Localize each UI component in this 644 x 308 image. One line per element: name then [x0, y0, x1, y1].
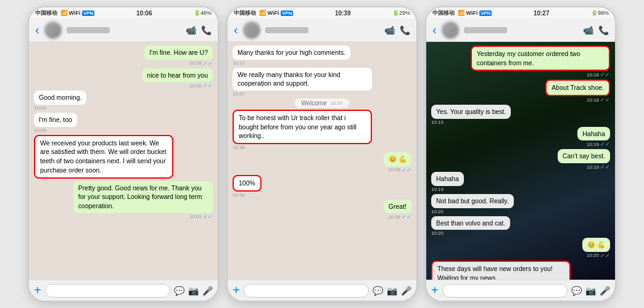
phone-call-icon[interactable]: 📞: [400, 25, 410, 35]
carrier-time: 中国移动 📶 WiFi VPN: [234, 9, 293, 17]
message-row: Many thanks for your high comments.10:37: [233, 46, 350, 66]
time-text: 10:20: [431, 230, 444, 236]
tick-marks: ✓✓: [600, 71, 610, 78]
plus-button[interactable]: +: [233, 283, 240, 298]
message-bubble-4: Can't say best.: [558, 149, 610, 163]
chat-body: I'm fine. How are U?09:58✓✓nice to hear …: [29, 42, 218, 280]
message-input[interactable]: [45, 284, 170, 298]
message-text: Hahaha: [436, 175, 459, 182]
tick-marks: ✓✓: [203, 83, 213, 89]
message-text: I'm fine. How are U?: [149, 49, 208, 56]
message-text: 😊 💪: [587, 241, 605, 248]
status-bar: 中国移动 📶 WiFi VPN 10:27 🔋96%: [426, 7, 615, 18]
message-time: 10:20: [431, 230, 444, 236]
back-button[interactable]: ‹: [35, 23, 39, 37]
message-row: These days will have new orders to you! …: [431, 261, 571, 280]
message-row: Yes. Your quality is best.10:19: [431, 105, 511, 125]
sticker-icon[interactable]: 💬: [571, 286, 582, 296]
message-bubble-9: These days will have new orders to you! …: [431, 261, 571, 280]
chat-footer: + 💬 📷 🎤: [426, 280, 615, 301]
message-row: We really many thanks for your kind coop…: [233, 68, 372, 97]
message-input[interactable]: [442, 284, 568, 298]
message-time: 10:37: [233, 60, 245, 66]
message-time: 10:19: [431, 187, 444, 192]
microphone-icon[interactable]: 🎤: [600, 286, 610, 296]
message-row: We received your products last week. We …: [34, 135, 173, 179]
time-text: 10:37: [233, 60, 245, 66]
message-row: Best than volvo and cat.10:20: [431, 216, 510, 237]
video-call-icon[interactable]: 📹: [583, 25, 593, 35]
back-button[interactable]: ‹: [234, 23, 238, 37]
message-bubble-3: To be honest with Ur track roller that i…: [233, 110, 372, 144]
camera-icon[interactable]: 📷: [387, 286, 397, 296]
center-message: Welcome10:37: [295, 99, 349, 108]
message-text: 100%: [239, 179, 255, 187]
message-row: Can't say best.10:19✓✓: [558, 149, 610, 170]
message-bubble-7: Best than volvo and cat.: [431, 216, 510, 230]
message-bubble-6: Not bad but good. Really.: [431, 194, 514, 208]
contact-name-area: [67, 27, 181, 33]
video-call-icon[interactable]: 📹: [384, 25, 395, 35]
message-row: Great!10:38✓✓: [384, 200, 411, 221]
message-time: 10:38✓✓: [388, 167, 411, 173]
carrier-time: 中国移动 📶 WiFi VPN: [432, 9, 492, 17]
time-text: 10:38: [388, 167, 400, 172]
message-bubble-8: 😊 💪: [582, 238, 610, 252]
tick-marks: ✓✓: [600, 164, 610, 170]
time-text: 10:19: [587, 164, 599, 170]
video-call-icon[interactable]: 📹: [186, 25, 196, 35]
phone-call-icon[interactable]: 📞: [598, 25, 609, 35]
sticker-icon[interactable]: 💬: [174, 286, 184, 296]
message-row: Good morning.10:00: [34, 91, 86, 111]
chat-header: ‹ 📹 📞: [228, 18, 416, 42]
plus-button[interactable]: +: [431, 283, 439, 298]
sticker-icon[interactable]: 💬: [373, 286, 383, 296]
message-time: 10:20✓✓: [587, 253, 610, 259]
message-row: 100%10:38: [233, 175, 262, 198]
back-button[interactable]: ‹: [432, 23, 437, 37]
avatar: [243, 22, 260, 39]
microphone-icon[interactable]: 🎤: [202, 286, 213, 296]
microphone-icon[interactable]: 🎤: [401, 286, 411, 296]
message-row: Hahaha10:19✓✓: [577, 127, 610, 148]
chat-body: Yesterday my customer ordered two contai…: [426, 42, 615, 280]
time-text: 10:38: [233, 145, 245, 150]
phone-3: 中国移动 📶 WiFi VPN 10:27 🔋96% ‹ 📹 📞 Yesterd…: [425, 6, 616, 302]
time-text: 10:38: [233, 192, 245, 198]
chat-footer: + 💬 📷 🎤: [29, 280, 218, 301]
time-text: 10:19: [587, 142, 599, 147]
message-row: Hahaha10:19: [431, 172, 464, 192]
message-bubble-2: Good morning.: [34, 91, 86, 105]
message-time: 10:18✓✓: [587, 71, 610, 78]
tick-marks: ✓✓: [203, 214, 213, 220]
message-text: Welcome: [301, 100, 327, 107]
time-text: 10:19: [431, 187, 444, 192]
camera-icon[interactable]: 📷: [188, 286, 199, 296]
camera-icon[interactable]: 📷: [585, 286, 596, 296]
message-time: 10:20: [431, 209, 444, 214]
message-time: 10:01✓✓: [189, 214, 213, 220]
tick-marks: ✓✓: [402, 214, 411, 220]
message-text: Hahaha: [582, 130, 605, 137]
phone-call-icon[interactable]: 📞: [201, 25, 212, 35]
plus-button[interactable]: +: [34, 283, 41, 298]
battery: 🔋96%: [591, 10, 609, 16]
status-time: 10:27: [534, 10, 550, 17]
avatar: [44, 22, 62, 39]
time-text: 10:01: [189, 214, 202, 219]
message-time: 10:38: [233, 145, 245, 150]
message-text: 😊 💪: [389, 155, 407, 163]
message-input[interactable]: [244, 284, 369, 298]
message-bubble-1: About Track shoe.: [545, 79, 610, 96]
message-row: To be honest with Ur track roller that i…: [233, 110, 372, 150]
message-text: Can't say best.: [563, 152, 605, 160]
time-text: 10:00: [34, 105, 46, 111]
message-text: nice to hear from you: [147, 71, 208, 79]
message-bubble-6: Great!: [384, 200, 411, 214]
time-text: 10:37: [233, 91, 245, 97]
message-bubble-3: Hahaha: [577, 127, 610, 141]
contact-name-area: [464, 27, 578, 33]
message-time: 10:19: [431, 120, 444, 125]
chat-footer: + 💬 📷 🎤: [228, 280, 416, 301]
message-time: 10:00: [34, 128, 46, 133]
